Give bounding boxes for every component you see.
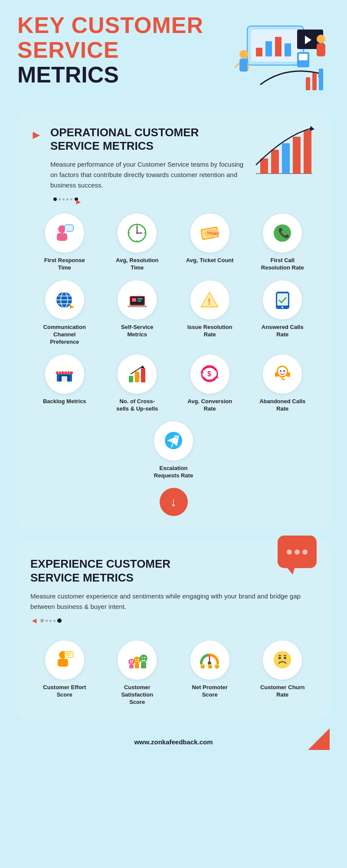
svg-rect-18 [312, 73, 317, 90]
header-section: KEY CUSTOMER SERVICE METRICS [17, 13, 330, 100]
svg-rect-84 [275, 372, 278, 377]
footer-website: www.zonkafeedback.com [134, 738, 213, 746]
metric-answered-calls: Answered Calls Rate [249, 280, 317, 346]
header-svg-illustration [234, 13, 330, 100]
net-promoter-label: Net Promoter Score [186, 684, 234, 699]
metric-avg-resolution-time: Avg, Resolution Time [103, 214, 172, 272]
escalation-row: Escalation Requests Rate [30, 421, 317, 480]
operational-section-header: ► OPERATIONAL CUSTOMER SERVICE METRICS M… [30, 126, 317, 203]
title-line2: METRICS [17, 62, 234, 87]
svg-point-87 [283, 370, 285, 372]
svg-rect-110 [141, 662, 146, 668]
metric-customer-churn: Customer Churn Rate [249, 641, 317, 706]
svg-point-106 [141, 657, 143, 658]
bubble-dots [287, 549, 308, 555]
svg-rect-74 [129, 376, 133, 382]
header-illustration [234, 13, 330, 100]
customer-satisfaction-label: Customer Satisfaction Score [113, 684, 161, 706]
experience-section-desc: Measure customer experience and sentimen… [30, 591, 317, 612]
metric-cross-sells: No. of Cross-sells & Up-sells [103, 355, 172, 413]
svg-rect-5 [285, 43, 291, 56]
avg-conversion-icon: $ [190, 355, 229, 394]
svg-point-83 [277, 366, 288, 377]
svg-text:😊: 😊 [214, 664, 220, 669]
metric-backlog: Backlog Metrics [30, 355, 99, 413]
metric-escalation-requests: Escalation Requests Rate [150, 421, 197, 480]
svg-rect-76 [141, 368, 145, 382]
dot-arrow-decoration: ► [52, 197, 79, 201]
first-response-time-icon: ... [45, 214, 84, 253]
svg-rect-23 [282, 143, 290, 174]
avg-resolution-time-label: Avg, Resolution Time [113, 257, 161, 272]
avg-conversion-label: Avg. Conversion Rate [186, 398, 234, 413]
svg-rect-85 [287, 372, 290, 377]
abandoned-calls-icon [263, 355, 302, 394]
abandoned-calls-label: Abandoned Calls Rate [259, 398, 306, 413]
customer-effort-icon [45, 641, 84, 680]
svg-rect-4 [275, 37, 282, 56]
svg-rect-19 [319, 69, 323, 90]
answered-calls-icon [263, 280, 302, 319]
bubble-dot-3 [302, 549, 308, 555]
experience-section-title: EXPERIENCE CUSTOMER SERVICE METRICS [30, 557, 317, 584]
operational-section-card: ► OPERATIONAL CUSTOMER SERVICE METRICS M… [17, 113, 330, 529]
svg-marker-52 [70, 305, 74, 309]
svg-rect-108 [129, 665, 134, 668]
metric-avg-conversion: $ Avg. Conversion Rate [176, 355, 244, 413]
bar-chart-illustration [247, 126, 317, 182]
metric-communication-channel: Communication Channel Preference [30, 280, 99, 346]
page-wrapper: KEY CUSTOMER SERVICE METRICS [0, 0, 347, 767]
svg-rect-28 [57, 233, 67, 241]
metric-issue-resolution: ! Issue Resolution Rate [176, 280, 244, 346]
svg-rect-57 [137, 300, 141, 302]
customer-churn-label: Customer Churn Rate [259, 684, 306, 699]
svg-rect-56 [137, 298, 143, 299]
customer-effort-label: Customer Effort Score [41, 684, 88, 699]
metric-self-service: Self-Service Metrics [103, 280, 172, 346]
svg-point-116 [274, 651, 291, 668]
dot-arrow-left-decoration: ◄ [30, 616, 62, 625]
footer-triangle-decoration [308, 728, 330, 750]
operational-section-desc: Measure performance of your Customer Ser… [50, 159, 247, 191]
svg-rect-94 [65, 651, 73, 658]
avg-ticket-count-label: Avg, Ticket Count [186, 257, 234, 264]
svg-point-100 [131, 661, 133, 662]
down-arrow-button[interactable]: ↓ [160, 488, 188, 516]
backlog-label: Backlog Metrics [43, 398, 86, 405]
issue-resolution-label: Issue Resolution Rate [186, 324, 234, 339]
avg-resolution-time-icon [118, 214, 157, 253]
bubble-dot-1 [287, 549, 292, 555]
svg-text:!: ! [208, 297, 211, 306]
cross-sells-icon [118, 355, 157, 394]
operational-header-left: ► OPERATIONAL CUSTOMER SERVICE METRICS M… [30, 126, 247, 203]
svg-rect-75 [135, 372, 139, 382]
svg-rect-22 [271, 150, 279, 174]
self-service-icon [118, 280, 157, 319]
svg-text:...: ... [66, 226, 69, 230]
metric-customer-effort: Customer Effort Score [30, 641, 99, 706]
operational-title-block: OPERATIONAL CUSTOMER SERVICE METRICS Mea… [50, 126, 247, 203]
svg-text:📞: 📞 [278, 227, 290, 239]
svg-text:😐: 😐 [207, 664, 213, 669]
svg-rect-15 [317, 43, 325, 56]
title-line1: KEY CUSTOMER SERVICE [17, 13, 234, 62]
metric-first-call-resolution: 📞 First Call Resolution Rate [249, 214, 317, 272]
svg-point-14 [317, 35, 325, 43]
backlog-icon [45, 355, 84, 394]
svg-rect-3 [265, 41, 272, 56]
speech-bubble-decoration [278, 536, 317, 568]
communication-channel-label: Communication Channel Preference [41, 324, 88, 346]
arrow-icon-operational: ► [30, 128, 46, 144]
svg-rect-109 [135, 664, 139, 668]
escalation-requests-icon [154, 421, 193, 460]
svg-point-98 [128, 659, 134, 665]
metric-customer-satisfaction: Customer Satisfaction Score [103, 641, 172, 706]
experience-section-card: EXPERIENCE CUSTOMER SERVICE METRICS Meas… [17, 540, 330, 719]
svg-rect-58 [128, 306, 147, 307]
svg-text:😟: 😟 [200, 664, 206, 669]
svg-text:$: $ [207, 370, 211, 378]
svg-point-10 [239, 50, 248, 59]
metric-first-response-time: ... First Response Time [30, 214, 99, 272]
experience-metrics-grid: Customer Effort Score [30, 641, 317, 706]
metric-net-promoter: 😟 😐 😊 Net Promoter Score [176, 641, 244, 706]
